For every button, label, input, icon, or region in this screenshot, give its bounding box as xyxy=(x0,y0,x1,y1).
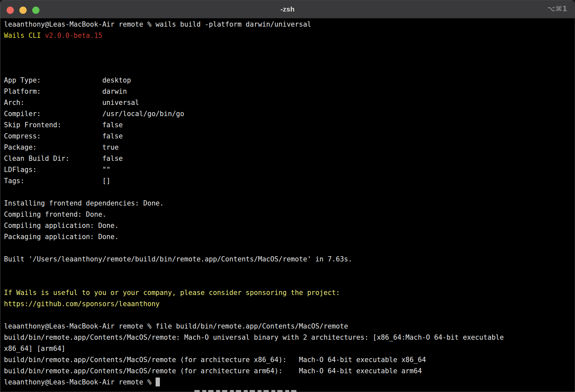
terminal-line xyxy=(4,276,575,287)
terminal-line: Tags: [] xyxy=(4,175,575,186)
ldflags-row: LDFlags: "" xyxy=(4,166,111,174)
package-row: Package: true xyxy=(4,143,119,151)
minimize-button[interactable] xyxy=(19,7,27,14)
terminal-line: Compiler: /usr/local/go/bin/go xyxy=(4,108,575,119)
command-line-2: leaanthony@Leas-MacBook-Air remote % fil… xyxy=(4,322,348,330)
terminal-line: If Wails is useful to you or your compan… xyxy=(4,287,575,298)
file-output-1: build/bin/remote.app/Contents/MacOS/remo… xyxy=(4,333,504,341)
terminal-line: x86_64] [arm64] xyxy=(4,343,575,354)
terminal-line: Built '/Users/leaanthony/remote/build/bi… xyxy=(4,254,575,265)
terminal-line: Clean Build Dir: false xyxy=(4,153,575,164)
terminal-line: Arch: universal xyxy=(4,97,575,108)
terminal-line: Packaging application: Done. xyxy=(4,231,575,242)
clean-build-dir-row: Clean Build Dir: false xyxy=(4,155,123,162)
terminal-line: build/bin/remote.app/Contents/MacOS/remo… xyxy=(4,332,575,343)
terminal-window: -zsh ⌥⌘1 leaanthony@Leas-MacBook-Air rem… xyxy=(0,0,575,392)
window-shortcut-badge: ⌥⌘1 xyxy=(547,5,567,13)
arch-row: Arch: universal xyxy=(4,99,139,107)
tags-row: Tags: [] xyxy=(4,177,111,185)
packaging-status: Packaging application: Done. xyxy=(4,233,119,241)
zoom-button[interactable] xyxy=(32,7,39,14)
terminal-line: Wails CLI v2.0.0-beta.15 xyxy=(4,30,575,41)
sponsor-message: If Wails is useful to you or your compan… xyxy=(4,289,340,297)
terminal-line: Platform: darwin xyxy=(4,86,575,97)
terminal-line: Compress: false xyxy=(4,131,575,142)
traffic-lights xyxy=(7,7,39,14)
terminal-line xyxy=(4,52,575,63)
clipped-next-line-fragments xyxy=(194,390,299,392)
titlebar[interactable]: -zsh ⌥⌘1 xyxy=(0,0,575,18)
terminal-line: build/bin/remote.app/Contents/MacOS/remo… xyxy=(4,365,575,377)
close-button[interactable] xyxy=(7,7,14,14)
terminal-screen[interactable]: leaanthony@Leas-MacBook-Air remote % wai… xyxy=(0,18,575,388)
window-title: -zsh xyxy=(280,5,294,13)
compile-frontend-status: Compiling frontend: Done. xyxy=(4,210,106,218)
terminal-line xyxy=(4,309,575,321)
skip-frontend-row: Skip Frontend: false xyxy=(4,121,123,129)
file-output-arm64: build/bin/remote.app/Contents/MacOS/remo… xyxy=(4,367,422,375)
terminal-line: Compiling application: Done. xyxy=(4,220,575,231)
terminal-line xyxy=(4,63,575,75)
terminal-line: Package: true xyxy=(4,142,575,153)
terminal-line: leaanthony@Leas-MacBook-Air remote % fil… xyxy=(4,321,575,332)
text-cursor xyxy=(156,378,160,386)
file-output-1-wrap: x86_64] [arm64] xyxy=(4,345,65,353)
built-result: Built '/Users/leaanthony/remote/build/bi… xyxy=(4,255,352,263)
file-output-x86: build/bin/remote.app/Contents/MacOS/remo… xyxy=(4,356,426,364)
compiler-row: Compiler: /usr/local/go/bin/go xyxy=(4,110,184,118)
terminal-line xyxy=(4,186,575,198)
terminal-line xyxy=(4,265,575,276)
terminal-line: Installing frontend dependencies: Done. xyxy=(4,198,575,209)
compile-app-status: Compiling application: Done. xyxy=(4,222,119,230)
terminal-line: leaanthony@Leas-MacBook-Air remote % wai… xyxy=(4,19,575,30)
terminal-line xyxy=(4,242,575,254)
terminal-line: App Type: desktop xyxy=(4,75,575,86)
terminal-line: LDFlags: "" xyxy=(4,164,575,175)
terminal-line xyxy=(4,41,575,52)
terminal-line: Compiling frontend: Done. xyxy=(4,209,575,220)
compress-row: Compress: false xyxy=(4,132,123,140)
app-type-row: App Type: desktop xyxy=(4,76,131,84)
terminal-line: build/bin/remote.app/Contents/MacOS/remo… xyxy=(4,354,575,365)
command-line-1: leaanthony@Leas-MacBook-Air remote % wai… xyxy=(4,20,311,28)
active-prompt: leaanthony@Leas-MacBook-Air remote % xyxy=(4,378,156,386)
wails-version: v2.0.0-beta.15 xyxy=(45,32,102,39)
terminal-line: https://github.com/sponsors/leaanthony xyxy=(4,298,575,309)
platform-row: Platform: darwin xyxy=(4,87,127,95)
wails-cli-label: Wails CLI xyxy=(4,32,45,39)
sponsor-url[interactable]: https://github.com/sponsors/leaanthony xyxy=(4,300,160,308)
install-deps-status: Installing frontend dependencies: Done. xyxy=(4,199,164,207)
terminal-line: leaanthony@Leas-MacBook-Air remote % xyxy=(4,377,575,388)
terminal-line: Skip Frontend: false xyxy=(4,119,575,131)
